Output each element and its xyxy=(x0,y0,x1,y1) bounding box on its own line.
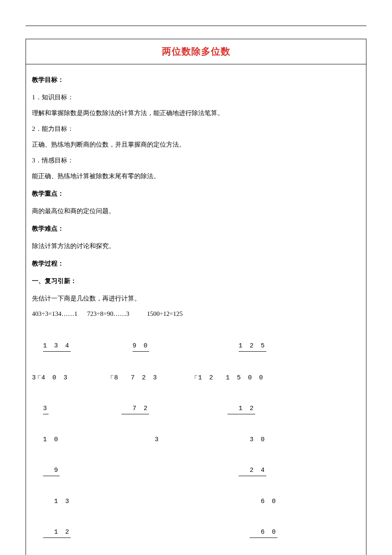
long-division-row: 1 3 4 3⟌4 0 3 3 1 0 9 1 3 1 2 1 9 0 ⟌8 7… xyxy=(32,321,360,555)
header-rule xyxy=(26,26,366,26)
ld3-line1: 1 2 xyxy=(239,405,255,412)
process-heading: 教学过程： xyxy=(32,257,360,271)
difficulty-heading: 教学难点： xyxy=(32,222,360,236)
goal-2-text: 正确、熟练地判断商的位数，并且掌握商的定位方法。 xyxy=(32,138,360,152)
equation-1: 403÷3=134……1 xyxy=(32,310,78,317)
ld3-line2: 3 0 xyxy=(250,436,266,443)
ld3-divisor: 1 2 xyxy=(198,374,215,382)
document-title: 两位数除多位数 xyxy=(162,46,231,57)
keypoint-heading: 教学重点： xyxy=(32,187,360,201)
long-division-1: 1 3 4 3⟌4 0 3 3 1 0 9 1 3 1 2 1 xyxy=(32,321,76,555)
equations-row: 403÷3=134……1 723÷8=90……3 1500÷12=125 xyxy=(32,308,360,320)
long-division-3: 1 2 5 ⟌1 2 1 5 0 0 1 2 3 0 2 4 6 0 6 0 0 xyxy=(194,321,277,555)
ld1-quotient: 1 3 4 xyxy=(43,341,71,352)
ld1-dividend: 4 0 3 xyxy=(41,374,69,382)
ld2-divisor: 8 xyxy=(114,374,120,382)
equation-2: 723÷8=90……3 xyxy=(87,310,129,317)
ld3-line3: 2 4 xyxy=(250,467,266,474)
ld3-line5: 6 0 xyxy=(261,529,277,536)
ld1-divisor: 3 xyxy=(32,374,37,382)
goals-heading: 教学目标： xyxy=(32,73,360,87)
ld1-line2: 1 0 xyxy=(43,436,60,443)
goal-3-text: 能正确、熟练地计算被除数末尾有零的除法。 xyxy=(32,169,360,183)
ld3-dividend: 1 5 0 0 xyxy=(226,374,265,382)
ld1-line4: 1 3 xyxy=(54,498,71,505)
ld2-dividend: 7 2 3 xyxy=(131,374,159,382)
content-body: 教学目标： 1．知识目标： 理解和掌握除数是两位数除法的计算方法，能正确地进行除… xyxy=(26,64,366,555)
goal-1-label: 1．知识目标： xyxy=(32,90,360,104)
keypoint-text: 商的最高位和商的定位问题。 xyxy=(32,204,360,218)
goal-2-label: 2．能力目标： xyxy=(32,122,360,136)
title-row: 两位数除多位数 xyxy=(26,39,366,64)
goal-1-text: 理解和掌握除数是两位数除法的计算方法，能正确地进行除法笔算。 xyxy=(32,106,360,120)
ld2-quotient: 9 0 xyxy=(133,341,149,352)
ld2-line1: 7 2 xyxy=(133,405,149,412)
ld1-line1: 3 xyxy=(43,404,49,414)
equation-3: 1500÷12=125 xyxy=(147,310,183,317)
ld3-line4: 6 0 xyxy=(261,498,277,505)
ld2-line2: 3 xyxy=(155,436,160,443)
difficulty-text: 除法计算方法的讨论和探究。 xyxy=(32,239,360,253)
document-container: 两位数除多位数 教学目标： 1．知识目标： 理解和掌握除数是两位数除法的计算方法… xyxy=(26,39,366,555)
ld1-line5: 1 2 xyxy=(54,529,71,536)
goal-3-label: 3．情感目标： xyxy=(32,153,360,168)
long-division-2: 9 0 ⟌8 7 2 3 7 2 3 xyxy=(110,321,160,465)
review-heading: 一、复习引新： xyxy=(32,274,360,288)
review-text: 先估计一下商是几位数，再进行计算。 xyxy=(32,292,360,306)
ld1-line3: 9 xyxy=(54,467,60,474)
ld3-quotient: 1 2 5 xyxy=(239,341,266,352)
